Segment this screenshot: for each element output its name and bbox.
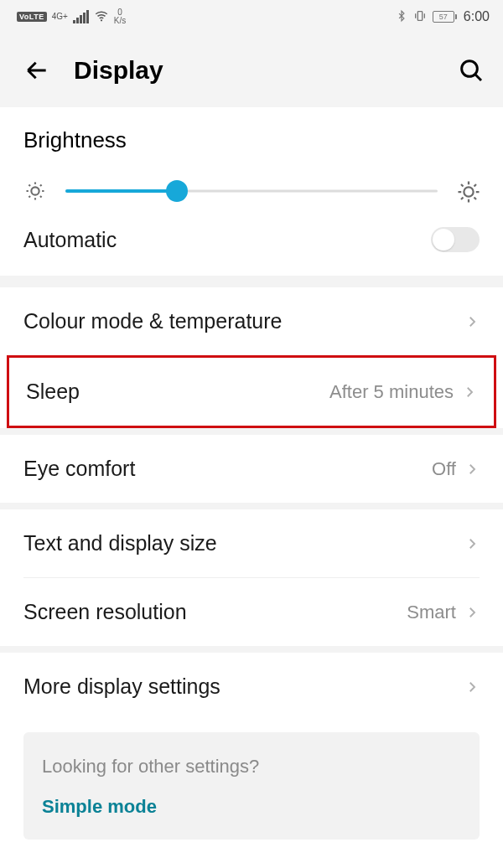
back-button[interactable] <box>20 54 54 87</box>
info-box: Looking for other settings? Simple mode <box>23 732 480 840</box>
svg-rect-1 <box>417 11 422 20</box>
vibrate-icon <box>412 9 428 25</box>
row-label: Sleep <box>26 380 329 404</box>
info-question: Looking for other settings? <box>42 756 461 778</box>
row-eye-comfort[interactable]: Eye comfort Off <box>0 435 503 503</box>
wifi-icon <box>94 8 109 26</box>
svg-point-3 <box>31 187 39 194</box>
row-sleep[interactable]: Sleep After 5 minutes <box>7 355 496 428</box>
data-speed: 0 K/s <box>114 8 126 25</box>
automatic-toggle[interactable] <box>431 227 480 252</box>
section-gap <box>0 503 503 509</box>
row-colour-mode[interactable]: Colour mode & temperature <box>0 287 503 355</box>
search-button[interactable] <box>453 52 490 89</box>
app-header: Display <box>0 34 503 107</box>
chevron-right-icon <box>464 536 480 551</box>
bluetooth-icon <box>396 8 407 26</box>
search-icon <box>458 57 485 84</box>
arrow-left-icon <box>23 57 50 84</box>
slider-fill <box>65 189 177 193</box>
clock: 6:00 <box>464 9 490 24</box>
brightness-low-icon <box>23 179 47 203</box>
svg-point-2 <box>462 61 478 77</box>
chevron-right-icon <box>462 385 477 400</box>
status-left: VoLTE 4G+ 0 K/s <box>17 8 126 26</box>
row-label: Screen resolution <box>23 600 407 624</box>
row-value: After 5 minutes <box>329 381 454 403</box>
page-title: Display <box>74 56 433 85</box>
signal-icon <box>73 10 89 23</box>
row-value: Off <box>432 458 456 480</box>
volte-badge: VoLTE <box>17 12 47 22</box>
toggle-knob <box>433 229 454 251</box>
simple-mode-link[interactable]: Simple mode <box>42 796 461 818</box>
row-label: More display settings <box>23 674 464 699</box>
svg-point-4 <box>464 187 473 196</box>
brightness-section: Brightness <box>0 107 503 215</box>
row-label: Text and display size <box>23 531 464 555</box>
row-screen-resolution[interactable]: Screen resolution Smart <box>0 578 503 646</box>
brightness-high-icon <box>456 179 480 203</box>
automatic-label: Automatic <box>23 228 431 252</box>
row-label: Colour mode & temperature <box>23 309 464 333</box>
status-right: 57 6:00 <box>396 8 490 26</box>
network-label: 4G+ <box>52 13 68 21</box>
row-value: Smart <box>407 602 456 623</box>
chevron-right-icon <box>464 462 480 477</box>
row-label: Eye comfort <box>23 457 432 481</box>
status-bar: VoLTE 4G+ 0 K/s 57 6:00 <box>0 0 503 34</box>
brightness-slider-row <box>23 178 480 204</box>
section-gap <box>0 646 503 653</box>
battery-icon: 57 <box>433 11 457 23</box>
chevron-right-icon <box>464 605 480 620</box>
chevron-right-icon <box>464 679 480 695</box>
row-more-display[interactable]: More display settings <box>0 653 503 721</box>
chevron-right-icon <box>464 314 480 329</box>
svg-point-0 <box>101 19 102 21</box>
row-text-size[interactable]: Text and display size <box>0 509 503 577</box>
automatic-row[interactable]: Automatic <box>0 215 503 276</box>
section-gap <box>0 428 503 435</box>
slider-thumb[interactable] <box>166 180 188 202</box>
section-gap <box>0 276 503 287</box>
brightness-label: Brightness <box>23 127 480 153</box>
brightness-slider[interactable] <box>65 178 438 204</box>
info-section: Looking for other settings? Simple mode <box>0 721 503 840</box>
